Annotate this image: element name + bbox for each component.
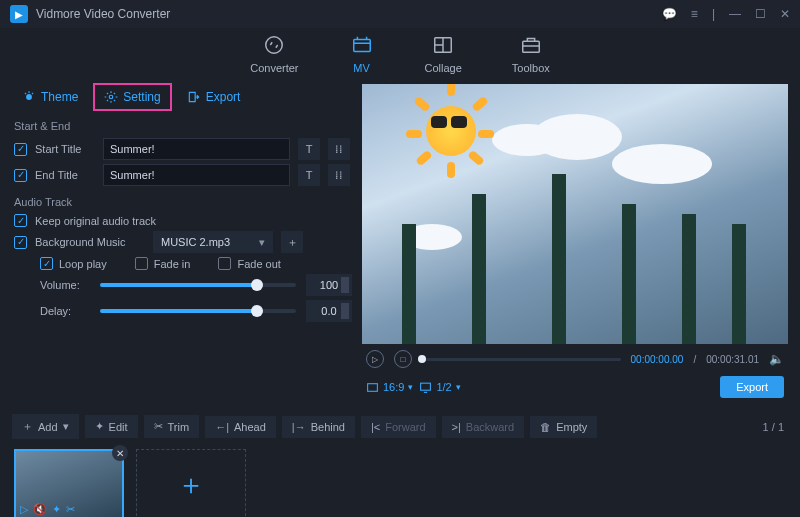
feedback-icon[interactable]: 💬 [662,7,677,21]
play-button[interactable]: ▷ [366,350,384,368]
page-indicator: 1 / 1 [763,421,788,433]
remove-clip-icon[interactable]: ✕ [112,445,128,461]
nav-converter[interactable]: Converter [250,32,298,74]
clip-toolbar: ＋Add▾ ✦Edit ✂Trim ←|Ahead |→Behind |<For… [0,404,800,445]
app-logo-icon: ▶ [10,5,28,23]
top-nav: Converter MV Collage Toolbox [0,28,800,84]
section-start-end: Start & End [12,120,352,132]
start-title-input[interactable] [103,138,290,160]
wand-icon: ✦ [95,420,104,433]
checkbox-loop[interactable] [40,257,53,270]
svg-rect-3 [523,41,540,52]
menu-icon[interactable]: ≡ [691,7,698,21]
time-current: 00:00:00.00 [631,354,684,365]
start-title-label: Start Title [35,143,95,155]
keep-original-label: Keep original audio track [35,215,156,227]
edit-button[interactable]: ✦Edit [85,415,138,438]
titlebar: ▶ Vidmore Video Converter 💬 ≡ | — ☐ ✕ [0,0,800,28]
tab-setting[interactable]: Setting [94,84,170,110]
svg-point-0 [266,37,283,54]
forward-icon: |< [371,421,380,433]
aspect-ratio-dropdown[interactable]: 16:9 [366,381,413,394]
behind-button[interactable]: |→Behind [282,416,355,438]
screen-icon [419,381,432,394]
close-icon[interactable]: ✕ [780,7,790,21]
svg-rect-1 [353,40,370,52]
start-title-font-button[interactable]: T [298,138,320,160]
backward-icon: >| [452,421,461,433]
nav-collage[interactable]: Collage [425,32,462,74]
sun-sticker [412,92,490,170]
clip-thumbnail[interactable]: ✕ ▷ 🔇 ✦ ✂ [14,449,124,517]
nav-mv[interactable]: MV [349,32,375,74]
start-title-dots-button[interactable]: ⁞⁞ [328,138,350,160]
converter-icon [261,32,287,58]
empty-button[interactable]: 🗑Empty [530,416,597,438]
preview-panel: ▷ □ 00:00:00.00/00:00:31.01 🔈 16:9 1/2 E… [362,84,788,404]
end-title-label: End Title [35,169,95,181]
checkbox-end-title[interactable] [14,169,27,182]
video-preview [362,84,788,344]
checkbox-fade-out[interactable] [218,257,231,270]
delay-value[interactable]: 0.0 [306,300,352,322]
behind-icon: |→ [292,421,306,433]
chevron-down-icon: ▾ [63,420,69,433]
svg-point-4 [26,94,32,100]
thumb-edit-icon[interactable]: ✦ [52,503,61,516]
delay-slider[interactable] [100,309,296,313]
toolbox-icon [518,32,544,58]
tab-export[interactable]: Export [177,84,251,110]
seek-bar[interactable] [422,358,621,361]
add-button[interactable]: ＋Add▾ [12,414,79,439]
end-title-dots-button[interactable]: ⁞⁞ [328,164,350,186]
tab-theme[interactable]: Theme [12,84,88,110]
time-total: 00:00:31.01 [706,354,759,365]
theme-icon [22,90,36,104]
checkbox-keep-original[interactable] [14,214,27,227]
collage-icon [430,32,456,58]
trim-button[interactable]: ✂Trim [144,415,200,438]
scissors-icon: ✂ [154,420,163,433]
stop-button[interactable]: □ [394,350,412,368]
checkbox-bg-music[interactable] [14,236,27,249]
minimize-icon[interactable]: — [729,7,741,21]
bg-music-label: Background Music [35,236,145,248]
volume-slider[interactable] [100,283,296,287]
app-title: Vidmore Video Converter [36,7,662,21]
divider: | [712,7,715,21]
ahead-button[interactable]: ←|Ahead [205,416,276,438]
thumb-play-icon[interactable]: ▷ [20,503,28,516]
screen-scale-dropdown[interactable]: 1/2 [419,381,460,394]
mv-icon [349,32,375,58]
svg-point-5 [110,95,114,99]
forward-button[interactable]: |<Forward [361,416,436,438]
end-title-input[interactable] [103,164,290,186]
bg-music-dropdown[interactable]: MUSIC 2.mp3 [153,231,273,253]
section-audio-track: Audio Track [12,196,352,208]
ahead-icon: ←| [215,421,229,433]
export-button[interactable]: Export [720,376,784,398]
plus-icon: ＋ [22,419,33,434]
clip-thumbnails: ✕ ▷ 🔇 ✦ ✂ ＋ [0,445,800,517]
svg-rect-6 [368,383,378,391]
nav-toolbox[interactable]: Toolbox [512,32,550,74]
checkbox-start-title[interactable] [14,143,27,156]
settings-panel: Theme Setting Export Start & End Start T… [12,84,352,404]
bg-music-add-button[interactable]: ＋ [281,231,303,253]
volume-value[interactable]: 100 [306,274,352,296]
maximize-icon[interactable]: ☐ [755,7,766,21]
backward-button[interactable]: >|Backward [442,416,525,438]
aspect-icon [366,381,379,394]
end-title-font-button[interactable]: T [298,164,320,186]
delay-label: Delay: [40,305,90,317]
add-clip-thumbnail[interactable]: ＋ [136,449,246,517]
thumb-trim-icon[interactable]: ✂ [66,503,75,516]
volume-icon[interactable]: 🔈 [769,352,784,366]
svg-rect-7 [421,383,431,390]
export-icon [187,90,201,104]
volume-label: Volume: [40,279,90,291]
checkbox-fade-in[interactable] [135,257,148,270]
gear-icon [104,90,118,104]
thumb-mute-icon[interactable]: 🔇 [33,503,47,516]
trash-icon: 🗑 [540,421,551,433]
